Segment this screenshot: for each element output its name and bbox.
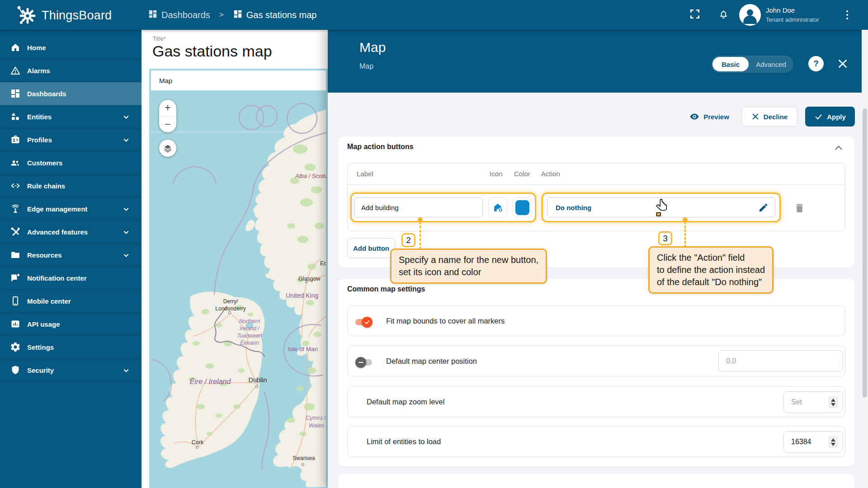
message-icon	[10, 272, 21, 283]
callout-2-number: 2	[401, 233, 415, 247]
scrollbar-thumb[interactable]	[863, 108, 867, 398]
thingsboard-app: ThingsBoard Dashboards > Gas stations ma…	[0, 0, 868, 488]
spinner-up-icon	[831, 399, 835, 402]
column-action: Action	[541, 170, 560, 178]
rule-chain-icon	[10, 180, 21, 191]
setting-row-fit-bounds: Fit map bounds to cover all markers	[347, 305, 845, 336]
sidebar-item-edge-management[interactable]: Edge management	[0, 197, 142, 221]
collapse-section-button[interactable]	[833, 142, 844, 155]
zoom-in-button[interactable]: +	[159, 100, 176, 117]
openstreetmap-preview: Alba / Scotland Ed Glasgow United King D…	[151, 90, 326, 487]
svg-text:Ireland /: Ireland /	[240, 325, 260, 332]
zoom-level-stepper[interactable]	[828, 396, 838, 408]
callout-3-connector	[684, 221, 686, 248]
fullscreen-button[interactable]	[688, 8, 702, 22]
sidebar-item-resources[interactable]: Resources	[0, 244, 142, 267]
notifications-button[interactable]	[716, 8, 731, 22]
user-role: Tenant administrator	[766, 15, 819, 24]
map-zoom-control: + −	[159, 100, 176, 132]
svg-text:United King: United King	[286, 292, 318, 299]
tools-icon	[10, 226, 21, 237]
column-label: Label	[357, 170, 373, 178]
action-value: Do nothing	[556, 204, 591, 211]
help-button[interactable]: ?	[808, 56, 824, 71]
chevron-down-icon	[122, 228, 131, 237]
chevron-down-icon	[122, 113, 131, 122]
thingsboard-logo-icon	[15, 4, 37, 27]
svg-text:Isle of Man: Isle of Man	[288, 346, 318, 352]
zoom-out-button[interactable]: −	[159, 117, 176, 133]
badge-icon	[10, 134, 21, 145]
edit-action-button[interactable]	[758, 202, 769, 215]
button-label-input[interactable]	[354, 197, 483, 217]
decline-button[interactable]: Decline	[741, 107, 797, 127]
dashboard-grid-icon	[233, 9, 243, 21]
common-map-settings-card: Common map settings Fit map bounds to co…	[338, 279, 854, 466]
settings-subtitle: Map	[359, 62, 373, 70]
sidebar-item-alarms[interactable]: Alarms	[0, 59, 142, 82]
sidebar-item-settings[interactable]: Settings	[0, 336, 142, 359]
svg-text:Wales: Wales	[309, 422, 325, 429]
sidebar-item-entities[interactable]: Entities	[0, 105, 142, 128]
spinner-down-icon	[831, 443, 835, 446]
button-color-picker[interactable]	[513, 197, 532, 217]
warning-icon	[10, 65, 21, 76]
top-header: ThingsBoard Dashboards > Gas stations ma…	[0, 0, 868, 30]
sidebar-item-home[interactable]: Home	[0, 36, 142, 59]
column-icon: Icon	[490, 170, 502, 178]
close-settings-button[interactable]	[836, 57, 849, 70]
fit-bounds-toggle[interactable]	[355, 317, 376, 328]
settings-panel-header: Map Map Basic Advanced ?	[328, 30, 868, 93]
people-icon	[10, 157, 21, 168]
sidebar-item-advanced-features[interactable]: Advanced features	[0, 221, 142, 244]
setting-row-entity-limit: Limit of entities to load	[347, 426, 845, 457]
callout-2: Specify a name for the new button, set i…	[390, 249, 547, 284]
sidebar-item-dashboards[interactable]: Dashboards	[0, 82, 142, 105]
apply-button[interactable]: Apply	[805, 107, 855, 127]
chevron-down-icon	[122, 366, 131, 375]
map-center-input[interactable]	[718, 350, 843, 372]
widget-title: Map	[151, 70, 326, 90]
delete-action-button[interactable]	[790, 199, 808, 217]
color-swatch	[515, 200, 529, 215]
map-layers-button[interactable]	[159, 140, 176, 157]
breadcrumb-current[interactable]: Gas stations map	[233, 9, 317, 21]
sidebar-nav: Home Alarms Dashboards Entities Profiles…	[0, 30, 142, 488]
sidebar-item-api-usage[interactable]: API usage	[0, 313, 142, 336]
add-home-icon	[492, 202, 504, 213]
chevron-down-icon	[122, 205, 131, 214]
section-heading: Map action buttons	[347, 143, 414, 151]
dashboard-title-label: Title*	[153, 35, 166, 42]
setting-row-zoom-level: Default map zoom level	[347, 386, 845, 417]
button-icon-picker[interactable]	[488, 197, 507, 217]
sidebar-item-customers[interactable]: Customers	[0, 151, 142, 174]
sidebar-item-notification-center[interactable]: Notification center	[0, 267, 142, 290]
spinner-down-icon	[831, 403, 835, 406]
close-icon	[837, 58, 849, 70]
preview-button[interactable]: Preview	[684, 107, 735, 127]
add-button[interactable]: Add button	[347, 238, 395, 258]
pencil-icon	[758, 202, 769, 213]
sidebar-item-rule-chains[interactable]: Rule chains	[0, 174, 142, 197]
map-canvas[interactable]: Alba / Scotland Ed Glasgow United King D…	[151, 90, 326, 487]
map-center-toggle[interactable]	[355, 357, 376, 368]
folder-icon	[10, 249, 21, 260]
breadcrumb-dashboards[interactable]: Dashboards	[148, 9, 210, 21]
dashboard-title-input[interactable]: Gas stations map	[152, 42, 272, 60]
map-widget[interactable]: Map	[149, 69, 328, 488]
more-menu-button[interactable]	[840, 8, 854, 22]
panel-scrollbar[interactable]	[862, 30, 868, 488]
settings-title: Map	[359, 40, 386, 55]
breadcrumb-dashboards-label: Dashboards	[161, 10, 210, 20]
sidebar-item-profiles[interactable]: Profiles	[0, 128, 142, 151]
mode-advanced-button[interactable]: Advanced	[749, 61, 793, 68]
map-action-buttons-card: Map action buttons Label Icon Color Acti…	[338, 136, 854, 267]
sidebar-item-mobile-center[interactable]: Mobile center	[0, 290, 142, 313]
entity-limit-stepper[interactable]	[828, 436, 838, 448]
svg-text:Dublin: Dublin	[248, 376, 267, 384]
sidebar-item-security[interactable]: Security	[0, 359, 142, 382]
user-avatar[interactable]	[739, 4, 761, 26]
thingsboard-logo[interactable]: ThingsBoard	[15, 4, 112, 27]
svg-text:Cork: Cork	[192, 439, 204, 446]
mode-basic-button[interactable]: Basic	[712, 57, 749, 71]
